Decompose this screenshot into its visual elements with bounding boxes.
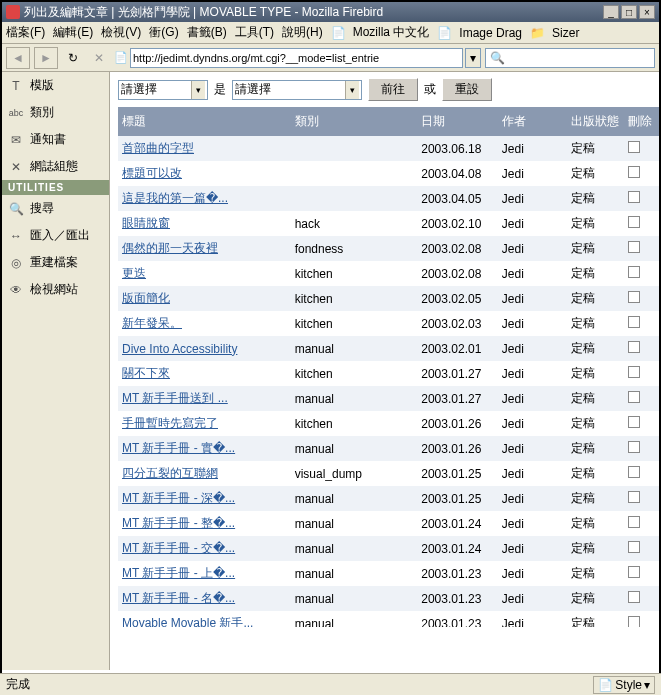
- menu-mozilla-zh[interactable]: Mozilla 中文化: [353, 24, 430, 41]
- entry-date: 2003.02.01: [417, 336, 498, 361]
- entry-author: Jedi: [498, 461, 567, 486]
- menu-edit[interactable]: 編輯(E): [53, 24, 93, 41]
- entry-title-link[interactable]: MT 新手手冊 - 上�...: [122, 566, 235, 580]
- delete-checkbox[interactable]: [628, 266, 640, 278]
- back-button[interactable]: ◄: [6, 47, 30, 69]
- style-button[interactable]: 📄 Style ▾: [593, 676, 655, 694]
- entry-title-link[interactable]: 版面簡化: [122, 291, 170, 305]
- table-row: MT 新手手冊 - 實�...manual2003.01.26Jedi定稿: [118, 436, 659, 461]
- delete-checkbox[interactable]: [628, 341, 640, 353]
- entry-title-link[interactable]: 四分五裂的互聯網: [122, 466, 218, 480]
- entry-title-link[interactable]: 更迭: [122, 266, 146, 280]
- delete-checkbox[interactable]: [628, 316, 640, 328]
- delete-checkbox[interactable]: [628, 616, 640, 627]
- sidebar-item-rebuild[interactable]: ◎重建檔案: [2, 249, 109, 276]
- filter-value-select[interactable]: 請選擇▾: [232, 80, 362, 100]
- entry-title-link[interactable]: Movable Movable 新手...: [122, 616, 253, 627]
- table-row: 眼睛脫窗hack2003.02.10Jedi定稿: [118, 211, 659, 236]
- entry-date: 2003.01.24: [417, 536, 498, 561]
- delete-checkbox[interactable]: [628, 491, 640, 503]
- entry-author: Jedi: [498, 611, 567, 627]
- delete-checkbox[interactable]: [628, 516, 640, 528]
- delete-checkbox[interactable]: [628, 591, 640, 603]
- close-button[interactable]: ×: [639, 5, 655, 19]
- entry-title-link[interactable]: 手冊暫時先寫完了: [122, 416, 218, 430]
- delete-checkbox[interactable]: [628, 191, 640, 203]
- minimize-button[interactable]: _: [603, 5, 619, 19]
- table-row: 新年發呆。kitchen2003.02.03Jedi定稿: [118, 311, 659, 336]
- entry-category: manual: [291, 486, 418, 511]
- delete-checkbox[interactable]: [628, 166, 640, 178]
- url-dropdown[interactable]: ▾: [465, 48, 481, 68]
- sidebar-item-templates[interactable]: T模版: [2, 72, 109, 99]
- delete-checkbox[interactable]: [628, 416, 640, 428]
- reset-button[interactable]: 重設: [442, 78, 492, 101]
- sidebar-item-categories[interactable]: abc類別: [2, 99, 109, 126]
- maximize-button[interactable]: □: [621, 5, 637, 19]
- entry-author: Jedi: [498, 236, 567, 261]
- stop-button[interactable]: ✕: [88, 47, 110, 69]
- entry-title-link[interactable]: MT 新手手冊 - 實�...: [122, 441, 235, 455]
- menu-image-drag[interactable]: Image Drag: [459, 26, 522, 40]
- delete-checkbox[interactable]: [628, 291, 640, 303]
- reload-button[interactable]: ↻: [62, 47, 84, 69]
- delete-checkbox[interactable]: [628, 566, 640, 578]
- entry-title-link[interactable]: MT 新手手冊送到 ...: [122, 391, 228, 405]
- menu-tools[interactable]: 工具(T): [235, 24, 274, 41]
- search-input[interactable]: 🔍: [485, 48, 655, 68]
- entry-title-link[interactable]: 首部曲的字型: [122, 141, 194, 155]
- menu-view[interactable]: 檢視(V): [101, 24, 141, 41]
- col-author: 作者: [498, 107, 567, 136]
- filter-field-select[interactable]: 請選擇▾: [118, 80, 208, 100]
- entry-status: 定稿: [567, 561, 625, 586]
- entry-date: 2003.04.08: [417, 161, 498, 186]
- delete-checkbox[interactable]: [628, 541, 640, 553]
- go-button[interactable]: 前往: [368, 78, 418, 101]
- entry-category: hack: [291, 211, 418, 236]
- entry-title-link[interactable]: MT 新手手冊 - 交�...: [122, 541, 235, 555]
- entry-title-link[interactable]: 標題可以改: [122, 166, 182, 180]
- delete-checkbox[interactable]: [628, 466, 640, 478]
- app-icon: [6, 5, 20, 19]
- delete-checkbox[interactable]: [628, 366, 640, 378]
- sidebar-item-config[interactable]: ✕網誌組態: [2, 153, 109, 180]
- entry-title-link[interactable]: 眼睛脫窗: [122, 216, 170, 230]
- delete-checkbox[interactable]: [628, 391, 640, 403]
- entry-category: manual: [291, 436, 418, 461]
- sidebar-item-notifications[interactable]: ✉通知書: [2, 126, 109, 153]
- entry-author: Jedi: [498, 161, 567, 186]
- sidebar-item-view-site[interactable]: 👁檢視網站: [2, 276, 109, 303]
- menu-bookmarks[interactable]: 書籤(B): [187, 24, 227, 41]
- menu-sizer[interactable]: Sizer: [552, 26, 579, 40]
- delete-checkbox[interactable]: [628, 216, 640, 228]
- template-icon: T: [8, 79, 24, 93]
- entry-title-link[interactable]: MT 新手手冊 - 深�...: [122, 491, 235, 505]
- delete-checkbox[interactable]: [628, 441, 640, 453]
- url-input[interactable]: http://jedimt.dyndns.org/mt.cgi?__mode=l…: [130, 48, 463, 68]
- abc-icon: abc: [8, 106, 24, 120]
- entry-category: [291, 161, 418, 186]
- entry-date: 2003.01.25: [417, 486, 498, 511]
- entry-title-link[interactable]: 關不下來: [122, 366, 170, 380]
- menu-help[interactable]: 說明(H): [282, 24, 323, 41]
- entry-title-link[interactable]: 這是我的第一篇�...: [122, 191, 228, 205]
- style-icon: 📄: [598, 678, 613, 692]
- delete-checkbox[interactable]: [628, 141, 640, 153]
- entry-date: 2003.02.03: [417, 311, 498, 336]
- forward-button[interactable]: ►: [34, 47, 58, 69]
- entry-title-link[interactable]: MT 新手手冊 - 整�...: [122, 516, 235, 530]
- entry-title-link[interactable]: 偶然的那一天夜裡: [122, 241, 218, 255]
- entry-date: 2003.01.26: [417, 436, 498, 461]
- entry-status: 定稿: [567, 461, 625, 486]
- menu-file[interactable]: 檔案(F): [6, 24, 45, 41]
- menu-go[interactable]: 衝(G): [149, 24, 178, 41]
- col-delete: 刪除: [624, 107, 659, 136]
- sidebar-item-import-export[interactable]: ↔匯入／匯出: [2, 222, 109, 249]
- entry-title-link[interactable]: Dive Into Accessibility: [122, 342, 237, 356]
- entry-date: 2003.02.08: [417, 236, 498, 261]
- entry-title-link[interactable]: MT 新手手冊 - 名�...: [122, 591, 235, 605]
- entry-status: 定稿: [567, 361, 625, 386]
- entry-title-link[interactable]: 新年發呆。: [122, 316, 182, 330]
- sidebar-item-search[interactable]: 🔍搜尋: [2, 195, 109, 222]
- delete-checkbox[interactable]: [628, 241, 640, 253]
